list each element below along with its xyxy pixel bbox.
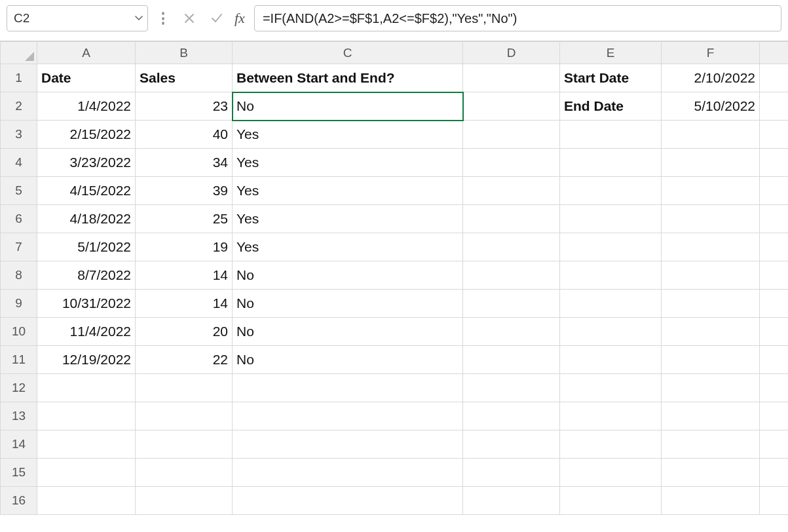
cell-A3[interactable]: 2/15/2022 (37, 121, 136, 149)
cell-G11[interactable] (760, 346, 789, 374)
cell-B14[interactable] (136, 430, 233, 459)
row-header[interactable]: 8 (1, 261, 37, 290)
cell-C7[interactable]: Yes (233, 233, 463, 261)
cell-D5[interactable] (463, 177, 560, 205)
cell-F15[interactable] (662, 459, 760, 487)
cell-B9[interactable]: 14 (136, 290, 233, 318)
cell-G7[interactable] (760, 233, 789, 261)
cell-A1[interactable]: Date (37, 64, 136, 92)
cell-D16[interactable] (463, 487, 560, 515)
row-header[interactable]: 11 (1, 346, 37, 374)
cell-A5[interactable]: 4/15/2022 (37, 177, 136, 205)
cell-D6[interactable] (463, 205, 560, 233)
cell-D12[interactable] (463, 374, 560, 402)
cell-E5[interactable] (560, 177, 662, 205)
cell-G1[interactable] (760, 64, 789, 92)
cell-E14[interactable] (560, 430, 662, 459)
col-header-C[interactable]: C (233, 42, 463, 64)
chevron-down-icon[interactable] (134, 14, 143, 23)
cell-G16[interactable] (760, 487, 789, 515)
cell-E8[interactable] (560, 261, 662, 290)
cell-B13[interactable] (136, 402, 233, 430)
cell-B5[interactable]: 39 (136, 177, 233, 205)
row-header[interactable]: 6 (1, 205, 37, 233)
cell-B16[interactable] (136, 487, 233, 515)
confirm-formula-button[interactable] (206, 7, 228, 29)
cell-A13[interactable] (37, 402, 136, 430)
row-header[interactable]: 12 (1, 374, 37, 402)
cancel-formula-button[interactable] (178, 7, 200, 29)
cell-B12[interactable] (136, 374, 233, 402)
cell-G12[interactable] (760, 374, 789, 402)
cell-G3[interactable] (760, 121, 789, 149)
cell-B2[interactable]: 23 (136, 92, 233, 121)
cell-C3[interactable]: Yes (233, 121, 463, 149)
cell-A4[interactable]: 3/23/2022 (37, 149, 136, 177)
row-header[interactable]: 3 (1, 121, 37, 149)
row-header[interactable]: 14 (1, 430, 37, 459)
cell-B4[interactable]: 34 (136, 149, 233, 177)
cell-F13[interactable] (662, 402, 760, 430)
cell-B3[interactable]: 40 (136, 121, 233, 149)
cell-D11[interactable] (463, 346, 560, 374)
cell-C13[interactable] (233, 402, 463, 430)
cell-C15[interactable] (233, 459, 463, 487)
cell-F6[interactable] (662, 205, 760, 233)
cell-B8[interactable]: 14 (136, 261, 233, 290)
cell-D13[interactable] (463, 402, 560, 430)
cell-F5[interactable] (662, 177, 760, 205)
cell-A15[interactable] (37, 459, 136, 487)
row-header[interactable]: 2 (1, 92, 37, 121)
cell-F8[interactable] (662, 261, 760, 290)
cell-G9[interactable] (760, 290, 789, 318)
cell-D10[interactable] (463, 318, 560, 346)
cell-E13[interactable] (560, 402, 662, 430)
spreadsheet-grid[interactable]: A B C D E F 1DateSalesBetween Start and … (0, 41, 788, 515)
cell-C11[interactable]: No (233, 346, 463, 374)
row-header[interactable]: 15 (1, 459, 37, 487)
cell-E6[interactable] (560, 205, 662, 233)
cell-D9[interactable] (463, 290, 560, 318)
cell-G2[interactable] (760, 92, 789, 121)
cell-D3[interactable] (463, 121, 560, 149)
col-header-E[interactable]: E (560, 42, 662, 64)
cell-A9[interactable]: 10/31/2022 (37, 290, 136, 318)
cell-E7[interactable] (560, 233, 662, 261)
row-header[interactable]: 16 (1, 487, 37, 515)
cell-F10[interactable] (662, 318, 760, 346)
cell-F7[interactable] (662, 233, 760, 261)
cell-E2[interactable]: End Date (560, 92, 662, 121)
cell-G4[interactable] (760, 149, 789, 177)
cell-G13[interactable] (760, 402, 789, 430)
col-header-B[interactable]: B (136, 42, 233, 64)
cell-F3[interactable] (662, 121, 760, 149)
cell-F14[interactable] (662, 430, 760, 459)
row-header[interactable]: 10 (1, 318, 37, 346)
cell-F1[interactable]: 2/10/2022 (662, 64, 760, 92)
cell-E11[interactable] (560, 346, 662, 374)
cell-C16[interactable] (233, 487, 463, 515)
cell-C8[interactable]: No (233, 261, 463, 290)
cell-C5[interactable]: Yes (233, 177, 463, 205)
name-box[interactable]: C2 (7, 5, 148, 31)
cell-E16[interactable] (560, 487, 662, 515)
cell-F12[interactable] (662, 374, 760, 402)
cell-F9[interactable] (662, 290, 760, 318)
cell-D4[interactable] (463, 149, 560, 177)
col-header-F[interactable]: F (662, 42, 760, 64)
cell-G8[interactable] (760, 261, 789, 290)
cell-A12[interactable] (37, 374, 136, 402)
col-header-D[interactable]: D (463, 42, 560, 64)
cell-D8[interactable] (463, 261, 560, 290)
cell-A2[interactable]: 1/4/2022 (37, 92, 136, 121)
cell-C2[interactable]: No (233, 92, 463, 121)
cell-A7[interactable]: 5/1/2022 (37, 233, 136, 261)
cell-E4[interactable] (560, 149, 662, 177)
cell-C9[interactable]: No (233, 290, 463, 318)
cell-A10[interactable]: 11/4/2022 (37, 318, 136, 346)
row-header[interactable]: 7 (1, 233, 37, 261)
row-header[interactable]: 1 (1, 64, 37, 92)
cell-B7[interactable]: 19 (136, 233, 233, 261)
cell-E12[interactable] (560, 374, 662, 402)
row-header[interactable]: 13 (1, 402, 37, 430)
